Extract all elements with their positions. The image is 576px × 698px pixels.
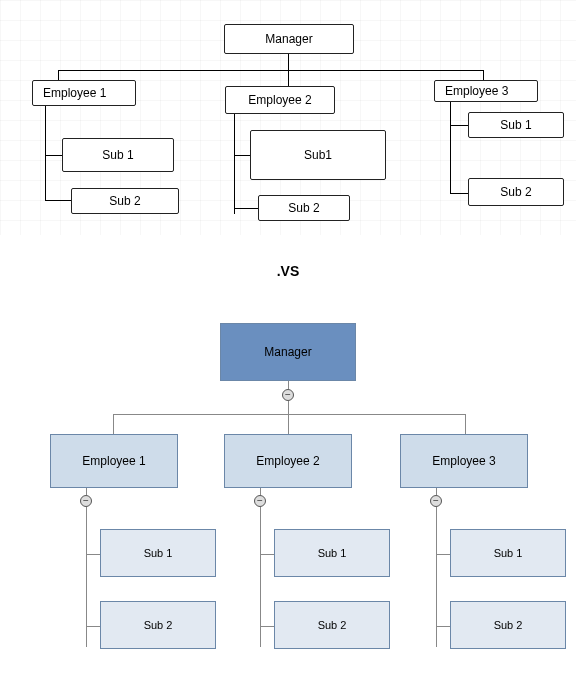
bottom-diagram: Manager − Employee 1 − Sub 1 Sub 2 Emplo… <box>0 309 576 679</box>
bottom-emp3-sub1-label: Sub 1 <box>494 547 523 559</box>
bottom-emp2-toggle[interactable]: − <box>254 495 266 507</box>
bottom-emp1-toggle[interactable]: − <box>80 495 92 507</box>
bottom-emp1-label: Employee 1 <box>82 454 145 468</box>
top-emp2-sub2-label: Sub 2 <box>288 201 319 215</box>
bottom-emp2-sub1-label: Sub 1 <box>318 547 347 559</box>
bottom-emp1-sub1-box: Sub 1 <box>100 529 216 577</box>
vs-separator: .VS <box>0 235 576 309</box>
bottom-emp2-sub2-label: Sub 2 <box>318 619 347 631</box>
top-emp3-sub2-box: Sub 2 <box>468 178 564 206</box>
bottom-manager-box: Manager <box>220 323 356 381</box>
bottom-emp2-box: Employee 2 <box>224 434 352 488</box>
bottom-emp3-sub1-box: Sub 1 <box>450 529 566 577</box>
top-emp1-sub2-box: Sub 2 <box>71 188 179 214</box>
top-emp3-box: Employee 3 <box>434 80 538 102</box>
bottom-emp2-label: Employee 2 <box>256 454 319 468</box>
bottom-emp1-sub2-box: Sub 2 <box>100 601 216 649</box>
top-manager-label: Manager <box>265 32 312 46</box>
top-emp1-sub1-label: Sub 1 <box>102 148 133 162</box>
top-emp2-label: Employee 2 <box>248 93 311 107</box>
bottom-emp3-sub2-box: Sub 2 <box>450 601 566 649</box>
bottom-emp1-sub1-label: Sub 1 <box>144 547 173 559</box>
bottom-manager-label: Manager <box>264 345 311 359</box>
top-emp3-sub2-label: Sub 2 <box>500 185 531 199</box>
top-emp1-label: Employee 1 <box>43 86 106 100</box>
bottom-emp2-sub2-box: Sub 2 <box>274 601 390 649</box>
bottom-emp3-box: Employee 3 <box>400 434 528 488</box>
top-emp1-sub2-label: Sub 2 <box>109 194 140 208</box>
top-manager-box: Manager <box>224 24 354 54</box>
top-emp2-sub1-label: Sub1 <box>304 148 332 162</box>
top-emp1-sub1-box: Sub 1 <box>62 138 174 172</box>
bottom-emp1-sub2-label: Sub 2 <box>144 619 173 631</box>
bottom-emp3-label: Employee 3 <box>432 454 495 468</box>
bottom-manager-toggle[interactable]: − <box>282 389 294 401</box>
bottom-emp3-toggle[interactable]: − <box>430 495 442 507</box>
top-emp2-sub2-box: Sub 2 <box>258 195 350 221</box>
top-emp2-box: Employee 2 <box>225 86 335 114</box>
top-emp3-sub1-box: Sub 1 <box>468 112 564 138</box>
bottom-emp3-sub2-label: Sub 2 <box>494 619 523 631</box>
top-emp1-box: Employee 1 <box>32 80 136 106</box>
top-diagram: Manager Employee 1 Sub 1 Sub 2 Employee … <box>0 0 576 235</box>
top-emp3-sub1-label: Sub 1 <box>500 118 531 132</box>
bottom-emp1-box: Employee 1 <box>50 434 178 488</box>
bottom-emp2-sub1-box: Sub 1 <box>274 529 390 577</box>
top-emp2-sub1-box: Sub1 <box>250 130 386 180</box>
top-emp3-label: Employee 3 <box>445 84 508 98</box>
